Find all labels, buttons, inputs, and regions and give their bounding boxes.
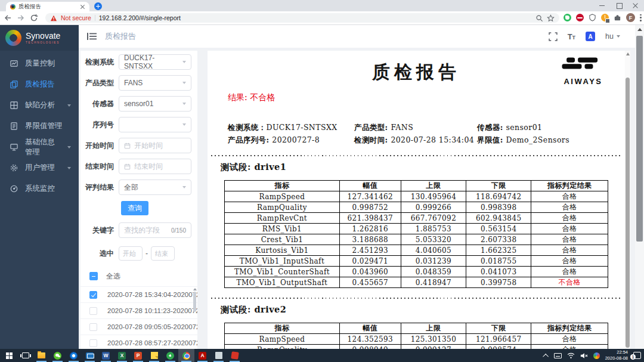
taskbar-app-browser-blue[interactable] bbox=[66, 349, 82, 362]
keyboard-tray-icon[interactable] bbox=[554, 353, 562, 358]
file-explorer-icon bbox=[38, 352, 45, 358]
task-view-icon bbox=[22, 352, 29, 358]
taskbar-app-acrobat[interactable]: A bbox=[194, 349, 210, 362]
content-scrollbar[interactable] bbox=[625, 51, 630, 349]
keyword-input[interactable]: 查找的字段 0/150 bbox=[119, 222, 191, 238]
user-menu[interactable]: hu bbox=[605, 32, 620, 41]
close-button[interactable] bbox=[627, 0, 644, 11]
record-checkbox[interactable] bbox=[89, 339, 97, 347]
table-cell: 124.352593 bbox=[339, 334, 401, 345]
table-cell: 0.018755 bbox=[466, 256, 531, 267]
maximize-button[interactable] bbox=[611, 0, 627, 11]
record-checkbox[interactable] bbox=[89, 323, 97, 331]
browser-tab[interactable]: 质检报告 bbox=[6, 2, 89, 11]
shield-extension-icon[interactable] bbox=[589, 14, 596, 21]
new-tab-button[interactable] bbox=[94, 2, 102, 10]
back-icon[interactable] bbox=[4, 14, 12, 22]
taskbar-app-powerpoint[interactable]: P bbox=[130, 349, 146, 362]
page-scrollbar[interactable] bbox=[635, 25, 644, 349]
tray-expand-icon[interactable] bbox=[543, 353, 549, 359]
sensor-select[interactable]: sensor01 bbox=[119, 96, 191, 112]
taskbar-app-green-app[interactable] bbox=[162, 349, 178, 362]
taskbar-app-notes-gray[interactable] bbox=[210, 349, 227, 362]
record-label: 2020-07-28 15:34:04-20200727-8 bbox=[107, 291, 197, 298]
tab-close-icon[interactable] bbox=[80, 4, 85, 10]
browser-menu-icon[interactable] bbox=[640, 14, 642, 22]
network-icon[interactable] bbox=[567, 352, 575, 358]
excel-icon: X bbox=[118, 352, 126, 360]
tray-app-icon[interactable] bbox=[593, 352, 600, 359]
taskbar-app-file-explorer[interactable] bbox=[33, 349, 49, 362]
taskbar-app-red-app[interactable] bbox=[227, 349, 243, 362]
sidebar-item-user-management[interactable]: 用户管理 bbox=[0, 157, 79, 178]
judgment-result-select[interactable]: 全部 bbox=[119, 180, 191, 195]
taskbar-app-chrome[interactable] bbox=[178, 349, 194, 362]
table-cell: 0.999127 bbox=[401, 345, 466, 349]
select-value: DUCK17-SNTSXX bbox=[124, 54, 182, 70]
language-switch-icon[interactable]: A bbox=[586, 32, 595, 41]
meta-item: 产品类型: FANS bbox=[354, 123, 477, 133]
record-checkbox[interactable] bbox=[89, 307, 97, 315]
notification-center-icon[interactable]: 1 bbox=[633, 352, 641, 359]
taskbar-app-wechat[interactable] bbox=[49, 349, 66, 362]
sidebar-item-defect-analysis[interactable]: 缺陷分析 bbox=[0, 95, 79, 116]
sidebar-item-system-monitor[interactable]: 系统监控 bbox=[0, 178, 79, 199]
record-list-item[interactable]: 2020-07-28 09:05:05-20200727-6 bbox=[80, 319, 197, 335]
select-all-checkbox[interactable] bbox=[89, 272, 98, 280]
filter-row: 传感器sensor01 bbox=[84, 96, 191, 112]
font-size-icon[interactable]: TT bbox=[568, 33, 575, 41]
serial-number-select[interactable] bbox=[119, 117, 191, 132]
detection-system-select[interactable]: DUCK17-SNTSXX bbox=[119, 54, 191, 70]
taskbar-app-sticky-notes[interactable] bbox=[146, 349, 162, 362]
range-start-input[interactable]: 开始 bbox=[119, 246, 143, 261]
reload-icon[interactable] bbox=[30, 14, 38, 22]
range-end-input[interactable]: 结束 bbox=[151, 246, 175, 261]
volume-muted-icon[interactable] bbox=[580, 352, 588, 359]
record-list-item[interactable]: 2020-07-28 15:34:04-20200727-8 bbox=[80, 287, 197, 303]
sidebar-item-base-info-management[interactable]: 基础信息管理 bbox=[0, 137, 79, 157]
table-cell: 127.341462 bbox=[339, 191, 401, 202]
task-view-button[interactable] bbox=[17, 349, 33, 362]
start-time-input[interactable]: 开始时间 bbox=[119, 138, 191, 153]
defect-analysis-icon bbox=[10, 101, 18, 109]
user-management-icon bbox=[10, 164, 18, 172]
collapse-menu-icon[interactable] bbox=[87, 32, 97, 41]
end-time-input[interactable]: 结束时间 bbox=[119, 159, 191, 174]
taskbar-app-mail[interactable] bbox=[82, 349, 98, 362]
query-button[interactable]: 查询 bbox=[121, 201, 148, 215]
sidebar-item-limit-management[interactable]: 界限值管理 bbox=[0, 116, 79, 137]
product-type-select[interactable]: FANS bbox=[119, 75, 191, 91]
zoom-icon[interactable] bbox=[535, 14, 543, 22]
filter-label: 开始时间 bbox=[84, 141, 119, 151]
keyword-counter: 0/150 bbox=[171, 227, 186, 234]
fullscreen-icon[interactable] bbox=[549, 32, 558, 41]
sidebar-item-label: 系统监控 bbox=[25, 184, 55, 194]
record-list-scrollbar[interactable] bbox=[193, 288, 197, 345]
taskbar-clock[interactable]: 22:54 2020-08-08 bbox=[605, 349, 628, 361]
profile-avatar[interactable]: F bbox=[626, 13, 635, 22]
taskbar-app-excel[interactable]: X bbox=[114, 349, 130, 362]
adblock-extension-icon[interactable] bbox=[576, 14, 584, 21]
start-button[interactable] bbox=[1, 349, 17, 362]
record-checkbox[interactable] bbox=[89, 291, 97, 299]
extensions-puzzle-icon[interactable] bbox=[614, 14, 621, 21]
record-list-item[interactable]: 2020-07-28 10:11:23-20200727-7 bbox=[80, 303, 197, 319]
green-app-icon bbox=[166, 352, 174, 360]
bookmark-star-icon[interactable] bbox=[547, 14, 555, 22]
tab-title: 质检报告 bbox=[18, 3, 77, 11]
quality-control-icon bbox=[10, 60, 18, 67]
record-list-item[interactable]: 2020-07-28 08:57:27-20200727-5 bbox=[80, 335, 197, 349]
taskbar-app-word[interactable]: W bbox=[98, 349, 114, 362]
sidebar-item-inspection-report[interactable]: 质检报告 bbox=[0, 74, 79, 95]
minimize-button[interactable] bbox=[594, 0, 611, 11]
table-header-row: 指标幅值上限下限指标判定结果 bbox=[225, 181, 608, 191]
sidebar-item-quality-control[interactable]: 质量控制 bbox=[0, 53, 79, 74]
sidebar-item-label: 界限值管理 bbox=[25, 121, 63, 131]
address-bar[interactable]: Not secure 192.168.2.200/#/single-report bbox=[45, 13, 559, 23]
powerpoint-icon: P bbox=[134, 352, 142, 360]
forward-icon[interactable] bbox=[17, 14, 25, 22]
range-separator: - bbox=[145, 249, 148, 258]
alert-extension-icon[interactable] bbox=[601, 14, 609, 21]
table-cell: 3.188688 bbox=[339, 234, 401, 245]
evernote-extension-icon[interactable] bbox=[564, 14, 571, 21]
